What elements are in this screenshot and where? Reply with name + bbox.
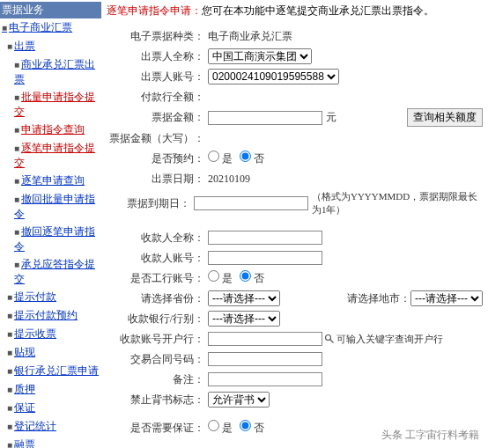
sidebar-link[interactable]: 电子商业汇票	[9, 21, 72, 33]
bullet-icon: ■	[7, 403, 12, 413]
select-endorse[interactable]: 允许背书	[208, 392, 270, 408]
bullet-icon: ■	[14, 60, 19, 70]
header-action: 逐笔申请指令申请：	[107, 4, 202, 17]
sidebar-link[interactable]: 撤回批量申请指令	[14, 193, 95, 220]
bullet-icon: ■	[7, 348, 12, 357]
lbl-remark: 备注：	[107, 372, 208, 387]
lbl-is-icbc: 是否工行账号：	[107, 271, 208, 286]
lbl-bill-type: 电子票据种类：	[107, 29, 208, 44]
lbl-pay-bank: 付款行全额：	[107, 90, 208, 105]
radio-guar-no[interactable]: 否	[240, 420, 264, 436]
sidebar-link[interactable]: 逐笔申请查询	[21, 174, 85, 187]
select-drawer-acct[interactable]: 0200024109019595588	[208, 69, 339, 84]
select-drawer-name[interactable]: 中国工商演示集团	[208, 48, 312, 64]
sidebar-item-14[interactable]: ■银行承兑汇票申请	[0, 362, 101, 380]
btn-query-limit[interactable]: 查询相关额度	[407, 108, 483, 127]
hint-due-date: （格式为YYYYMMDD，票据期限最长为1年）	[312, 190, 483, 217]
bullet-icon: ■	[7, 366, 12, 376]
sidebar-link[interactable]: 申请指令查询	[21, 123, 85, 136]
lbl-guarantee: 是否需要保证：	[107, 421, 208, 436]
bullet-icon: ■	[7, 41, 12, 51]
sidebar-item-7[interactable]: ■撤回批量申请指令	[0, 190, 101, 223]
lbl-contract: 交易合同号码：	[107, 352, 208, 367]
lbl-drawer-name: 出票人全称：	[107, 49, 208, 64]
lbl-payee-bank: 收款银行/行别：	[107, 312, 208, 327]
bullet-icon: ■	[7, 422, 12, 431]
sidebar-item-17[interactable]: ■登记统计	[0, 417, 101, 436]
input-due-date[interactable]	[194, 196, 308, 210]
radio-reserve-yes[interactable]: 是	[208, 151, 233, 166]
page-header: 逐笔申请指令申请：您可在本功能中逐笔提交商业承兑汇票出票指令。	[107, 4, 483, 18]
bullet-icon: ■	[2, 23, 7, 33]
sidebar-item-1[interactable]: ■出票	[0, 37, 101, 55]
val-bill-type: 电子商业承兑汇票	[208, 29, 292, 44]
lbl-drawer-acct: 出票人账号：	[107, 70, 208, 84]
select-province[interactable]: ---请选择---	[208, 290, 280, 306]
input-amount[interactable]	[208, 111, 322, 125]
sidebar-link[interactable]: 撤回逐笔申请指令	[14, 225, 95, 253]
radio-guar-yes[interactable]: 是	[208, 420, 233, 436]
sidebar-item-15[interactable]: ■质押	[0, 380, 101, 399]
sidebar-item-13[interactable]: ■贴现	[0, 343, 101, 362]
sidebar-item-8[interactable]: ■撤回逐笔申请指令	[0, 223, 101, 255]
hint-open-bank: 可输入关键字查询开户行	[336, 333, 443, 346]
bullet-icon: ■	[7, 292, 12, 302]
select-city[interactable]: ---请选择---	[410, 290, 483, 306]
sidebar-item-3[interactable]: ■批量申请指令提交	[0, 88, 101, 121]
input-payee-name[interactable]	[208, 231, 322, 245]
sidebar-link[interactable]: 提示付款	[14, 290, 56, 303]
val-issue-date: 20210109	[208, 173, 250, 186]
bullet-icon: ■	[7, 311, 12, 320]
radio-icbc-yes[interactable]: 是	[208, 270, 233, 286]
header-desc: 您可在本功能中逐笔提交商业承兑汇票出票指令。	[202, 4, 434, 17]
bullet-icon: ■	[7, 329, 12, 339]
sidebar-link[interactable]: 逐笔申请指令提交	[14, 142, 95, 169]
lbl-endorse: 禁止背书标志：	[107, 393, 208, 408]
sidebar-item-5[interactable]: ■逐笔申请指令提交	[0, 139, 101, 172]
lbl-due-date: 票据到期日：	[107, 196, 194, 211]
sidebar-item-11[interactable]: ■提示付款预约	[0, 306, 101, 325]
sidebar-link[interactable]: 融票	[14, 438, 35, 448]
input-payee-acct[interactable]	[208, 251, 322, 265]
bullet-icon: ■	[7, 440, 12, 448]
sidebar-item-4[interactable]: ■申请指令查询	[0, 121, 101, 139]
lbl-reserve: 是否预约：	[107, 151, 208, 166]
svg-point-0	[326, 335, 331, 341]
sidebar-link[interactable]: 出票	[14, 40, 35, 52]
sidebar-link[interactable]: 批量申请指令提交	[14, 91, 95, 118]
sidebar-link[interactable]: 贴现	[14, 346, 35, 358]
lbl-province: 请选择省份：	[107, 291, 208, 306]
svg-line-1	[330, 340, 334, 343]
select-payee-bank[interactable]: ---请选择---	[208, 311, 280, 327]
bullet-icon: ■	[14, 176, 19, 186]
search-icon[interactable]	[324, 334, 335, 344]
sidebar-link[interactable]: 质押	[14, 383, 35, 395]
sidebar-item-9[interactable]: ■承兑应答指令提交	[0, 255, 101, 288]
sidebar-item-10[interactable]: ■提示付款	[0, 288, 101, 306]
sidebar-item-6[interactable]: ■逐笔申请查询	[0, 172, 101, 190]
lbl-city: 请选择地市：	[347, 291, 410, 306]
bullet-icon: ■	[14, 195, 19, 204]
sidebar-link[interactable]: 登记统计	[14, 420, 56, 432]
input-open-bank[interactable]	[208, 332, 322, 346]
sidebar-item-12[interactable]: ■提示收票	[0, 325, 101, 343]
lbl-payee-acct: 收款人账号：	[107, 251, 208, 266]
sidebar-link[interactable]: 银行承兑汇票申请	[14, 364, 99, 377]
bullet-icon: ■	[7, 385, 12, 394]
sidebar-item-18[interactable]: ■融票	[0, 436, 101, 448]
lbl-open-bank: 收款账号开户行：	[107, 332, 208, 347]
sidebar-item-2[interactable]: ■商业承兑汇票出票	[0, 55, 101, 88]
input-remark[interactable]	[208, 372, 322, 386]
sidebar-link[interactable]: 商业承兑汇票出票	[14, 58, 95, 85]
radio-icbc-no[interactable]: 否	[240, 270, 264, 286]
radio-reserve-no[interactable]: 否	[240, 151, 264, 166]
lbl-payee-name: 收款人全称：	[107, 231, 208, 246]
sidebar-item-16[interactable]: ■保证	[0, 399, 101, 417]
sidebar-item-0[interactable]: ■电子商业汇票	[0, 18, 101, 37]
input-contract[interactable]	[208, 352, 322, 366]
sidebar-link[interactable]: 提示收票	[14, 327, 56, 340]
bullet-icon: ■	[14, 92, 19, 102]
sidebar-link[interactable]: 承兑应答指令提交	[14, 258, 95, 285]
sidebar-link[interactable]: 保证	[14, 401, 35, 414]
sidebar-link[interactable]: 提示付款预约	[14, 309, 78, 321]
